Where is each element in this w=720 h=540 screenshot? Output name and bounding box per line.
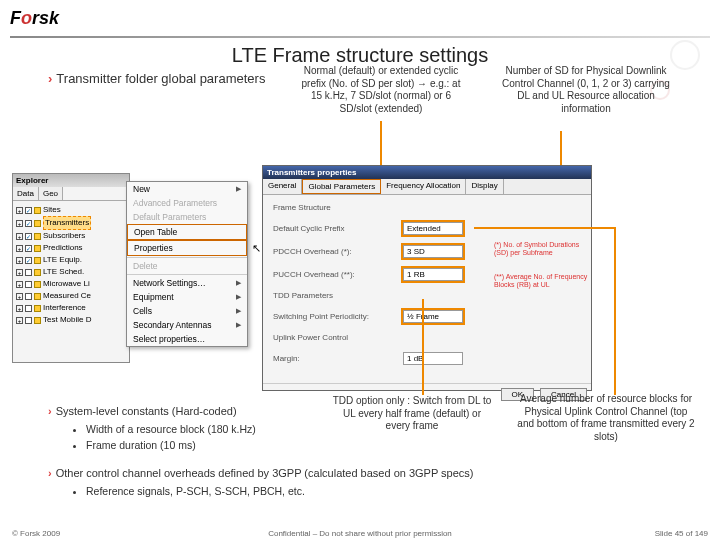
footer-copyright: © Forsk 2009 <box>12 529 60 538</box>
menu-item[interactable]: Select properties… <box>127 332 247 346</box>
header: Forsk <box>0 0 720 36</box>
page-title: LTE Frame structure settings <box>0 44 720 67</box>
context-menu: New▶Advanced ParametersDefault Parameter… <box>126 181 248 347</box>
dialog-tab-general[interactable]: General <box>263 179 302 194</box>
menu-item[interactable]: Cells▶ <box>127 304 247 318</box>
tree-item[interactable]: +Subscribers <box>16 230 126 242</box>
tree-item[interactable]: +Transmitters <box>16 216 126 230</box>
cp-field[interactable]: Extended <box>403 222 463 235</box>
explorer-tab-data[interactable]: Data <box>13 187 39 200</box>
explorer-panel: Explorer Data Geo +Sites+Transmitters+Su… <box>12 173 130 363</box>
label-upwr: Uplink Power Control <box>273 333 403 342</box>
bullets-other: ›Other control channel overheads defined… <box>48 465 688 499</box>
tree-item[interactable]: +Measured Ce <box>16 290 126 302</box>
menu-item: Advanced Parameters <box>127 196 247 210</box>
logo: Forsk <box>10 8 59 29</box>
hint-pdcch: (*) No. of Symbol Durations (SD) per Sub… <box>494 241 589 257</box>
label-switch: Switching Point Periodicity: <box>273 312 403 321</box>
tree-item[interactable]: +Sites <box>16 204 126 216</box>
callout-tdd: TDD option only : Switch from DL to UL e… <box>330 395 494 433</box>
bullets-system: ›System-level constants (Hard-coded) Wid… <box>48 403 348 454</box>
label-frame: Frame Structure <box>273 203 403 212</box>
divider <box>10 36 710 38</box>
footer: © Forsk 2009 Confidential – Do not share… <box>0 529 720 538</box>
label-margin: Margin: <box>273 354 403 363</box>
dialog-title: Transmitters properties <box>263 166 591 179</box>
dialog-tab-display[interactable]: Display <box>466 179 503 194</box>
label-cp: Default Cyclic Prefix <box>273 224 403 233</box>
tree-item[interactable]: +LTE Sched. <box>16 266 126 278</box>
label-pdcch: PDCCH Overhead (*): <box>273 247 403 256</box>
margin-field[interactable]: 1 dB <box>403 352 463 365</box>
tree-item[interactable]: +LTE Equip. <box>16 254 126 266</box>
list-item: Reference signals, P-SCH, S-SCH, PBCH, e… <box>86 483 688 500</box>
explorer-tab-geo[interactable]: Geo <box>39 187 63 200</box>
callout-pucch: Average number of resource blocks for Ph… <box>516 393 696 443</box>
menu-item: Default Parameters <box>127 210 247 224</box>
hint-pucch: (**) Average No. of Frequency Blocks (RB… <box>494 273 589 289</box>
chevron-icon: › <box>48 403 52 421</box>
section-subhead: › Transmitter folder global parameters <box>48 71 265 86</box>
footer-confidential: Confidential – Do not share without prio… <box>268 529 452 538</box>
menu-item[interactable]: Open Table <box>127 224 247 240</box>
tree-item[interactable]: +Interference <box>16 302 126 314</box>
list-item: Frame duration (10 ms) <box>86 437 348 454</box>
cursor-icon: ↖ <box>252 242 261 255</box>
explorer-title: Explorer <box>13 174 129 187</box>
callout-pdcch: Number of SD for Physical Downlink Contr… <box>496 65 676 115</box>
menu-item[interactable]: Properties <box>127 240 247 256</box>
dialog-tab-global[interactable]: Global Parameters <box>302 179 381 194</box>
chevron-icon: › <box>48 465 52 483</box>
label-pucch: PUCCH Overhead (**): <box>273 270 403 279</box>
pdcch-field[interactable]: 3 SD <box>403 245 463 258</box>
label-tdd: TDD Parameters <box>273 291 403 300</box>
menu-item[interactable]: Equipment▶ <box>127 290 247 304</box>
switch-field[interactable]: ½ Frame <box>403 310 463 323</box>
footer-slide: Slide 45 of 149 <box>655 529 708 538</box>
tree-item[interactable]: +Microwave Li <box>16 278 126 290</box>
callout-cyclic-prefix: Normal (default) or extended cyclic pref… <box>296 65 466 115</box>
menu-item: Delete <box>127 259 247 273</box>
tree-item[interactable]: +Predictions <box>16 242 126 254</box>
list-item: Width of a resource block (180 k.Hz) <box>86 421 348 438</box>
tree-item[interactable]: +Test Mobile D <box>16 314 126 326</box>
pucch-field[interactable]: 1 RB <box>403 268 463 281</box>
menu-item[interactable]: Secondary Antennas▶ <box>127 318 247 332</box>
properties-dialog: Transmitters properties General Global P… <box>262 165 592 391</box>
menu-item[interactable]: Network Settings…▶ <box>127 276 247 290</box>
menu-item[interactable]: New▶ <box>127 182 247 196</box>
dialog-tab-freq[interactable]: Frequency Allocation <box>381 179 466 194</box>
chevron-icon: › <box>48 71 52 86</box>
